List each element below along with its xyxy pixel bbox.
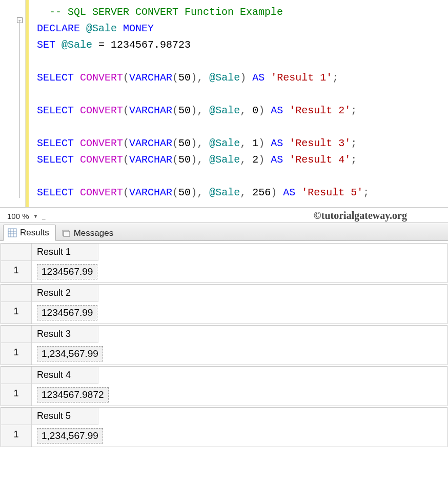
row-number[interactable]: 1 [1,343,32,365]
messages-icon [62,229,71,238]
column-header[interactable]: Result 5 [32,408,98,425]
grid-corner [1,244,32,261]
results-area: Result 1 1 1234567.99 Result 2 1 1234567… [0,241,448,447]
column-header[interactable]: Result 3 [32,326,98,343]
zoom-bar: 100 %▼ ⎯ ©tutorialgateway.org [0,208,448,223]
svg-rect-0 [8,229,16,237]
column-header[interactable]: Result 1 [32,244,98,261]
row-number[interactable]: 1 [1,302,32,324]
tab-messages-label: Messages [74,228,113,238]
grid-corner [1,367,32,384]
result-cell[interactable]: 1234567.99 [32,261,103,283]
tab-results[interactable]: Results [3,225,56,241]
zoom-handle-icon[interactable]: ⎯ [42,213,46,219]
row-number[interactable]: 1 [1,261,32,283]
result-cell[interactable]: 1234567.9872 [32,384,114,406]
result-cell[interactable]: 1,234,567.99 [32,343,108,365]
result-grid[interactable]: Result 1 1 1234567.99 [1,243,447,283]
tab-results-label: Results [20,228,49,238]
result-grid[interactable]: Result 2 1 1234567.99 [1,284,447,324]
results-tabs: Results Messages [0,223,448,241]
column-header[interactable]: Result 4 [32,367,98,384]
result-grid[interactable]: Result 5 1 1,234,567.99 [1,407,447,447]
table-row[interactable]: 1 1,234,567.99 [1,343,447,365]
results-grid-icon [8,228,17,237]
grid-corner [1,285,32,302]
result-grid[interactable]: Result 4 1 1234567.9872 [1,366,447,406]
row-number[interactable]: 1 [1,384,32,406]
result-cell[interactable]: 1,234,567.99 [32,425,108,447]
result-grid[interactable]: Result 3 1 1,234,567.99 [1,325,447,365]
grid-corner [1,408,32,425]
table-row[interactable]: 1 1234567.99 [1,261,447,283]
sql-comment: -- SQL SERVER CONVERT Function Example [49,6,283,18]
dropdown-caret-icon[interactable]: ▼ [33,213,38,219]
svg-rect-6 [64,231,70,236]
table-row[interactable]: 1 1,234,567.99 [1,425,447,447]
tab-messages[interactable]: Messages [57,225,120,241]
row-number[interactable]: 1 [1,425,32,447]
column-header[interactable]: Result 2 [32,285,98,302]
zoom-level-select[interactable]: 100 % [5,211,31,222]
attribution-text: ©tutorialgateway.org [314,210,407,222]
grid-corner [1,326,32,343]
sql-editor-pane[interactable]: − -- SQL SERVER CONVERT Function Example… [0,0,448,208]
table-row[interactable]: 1 1234567.99 [1,302,447,324]
result-cell[interactable]: 1234567.99 [32,302,103,324]
table-row[interactable]: 1 1234567.9872 [1,384,447,406]
code-text[interactable]: -- SQL SERVER CONVERT Function Example D… [0,4,448,201]
